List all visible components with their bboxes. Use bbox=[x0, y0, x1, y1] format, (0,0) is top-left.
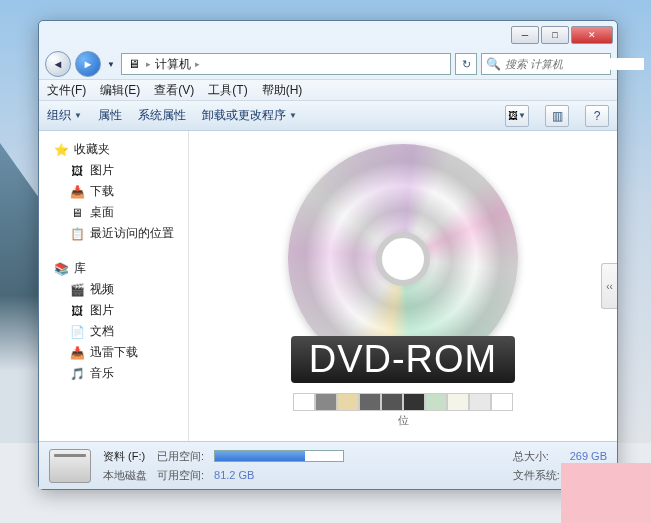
recent-icon: 📋 bbox=[69, 226, 85, 242]
sidebar-item-documents[interactable]: 📄文档 bbox=[39, 321, 188, 342]
music-icon: 🎵 bbox=[69, 366, 85, 382]
navigation-pane: ⭐ 收藏夹 🖼图片 📥下载 🖥桌面 📋最近访问的位置 📚 库 🎬视频 🖼图片 📄… bbox=[39, 131, 189, 441]
explorer-window: ─ □ ✕ ◄ ► ▼ 🖥 ▸ 计算机 ▸ ↻ 🔍 文件(F) 编辑(E) 查看… bbox=[38, 20, 618, 490]
pane-icon: ▥ bbox=[552, 109, 563, 123]
menu-edit[interactable]: 编辑(E) bbox=[100, 82, 140, 99]
space-progress-bar bbox=[214, 450, 344, 462]
document-icon: 📄 bbox=[69, 324, 85, 340]
menu-file[interactable]: 文件(F) bbox=[47, 82, 86, 99]
palette-swatch bbox=[381, 393, 403, 411]
chevron-right-icon: ▸ bbox=[146, 59, 151, 69]
palette-swatch bbox=[315, 393, 337, 411]
refresh-button[interactable]: ↻ bbox=[455, 53, 477, 75]
back-button[interactable]: ◄ bbox=[45, 51, 71, 77]
chevron-down-icon: ▼ bbox=[74, 111, 82, 120]
chevron-down-icon: ▼ bbox=[518, 111, 526, 120]
drive-icon bbox=[49, 449, 91, 483]
sidebar-favorites-header[interactable]: ⭐ 收藏夹 bbox=[39, 139, 188, 160]
organize-button[interactable]: 组织▼ bbox=[47, 107, 82, 124]
palette-swatch bbox=[337, 393, 359, 411]
chevron-right-icon: ▸ bbox=[195, 59, 200, 69]
thumbnail-icon: 🖼 bbox=[508, 110, 518, 121]
palette-label: 位 bbox=[398, 413, 409, 428]
chevron-down-icon: ▼ bbox=[289, 111, 297, 120]
sidebar-libraries-header[interactable]: 📚 库 bbox=[39, 258, 188, 279]
desktop-icon: 🖥 bbox=[69, 205, 85, 221]
nav-history-dropdown[interactable]: ▼ bbox=[105, 51, 117, 77]
sidebar-item-desktop[interactable]: 🖥桌面 bbox=[39, 202, 188, 223]
palette-swatch bbox=[293, 393, 315, 411]
star-icon: ⭐ bbox=[53, 142, 69, 158]
forward-button[interactable]: ► bbox=[75, 51, 101, 77]
sidebar-item-music[interactable]: 🎵音乐 bbox=[39, 363, 188, 384]
menu-help[interactable]: 帮助(H) bbox=[262, 82, 303, 99]
menu-bar: 文件(F) 编辑(E) 查看(V) 工具(T) 帮助(H) bbox=[39, 79, 617, 101]
palette-swatch bbox=[403, 393, 425, 411]
command-bar: 组织▼ 属性 系统属性 卸载或更改程序▼ 🖼▼ ▥ ? bbox=[39, 101, 617, 131]
filesystem-label: 文件系统: bbox=[513, 468, 560, 483]
palette-swatch bbox=[491, 393, 513, 411]
drive-type: 本地磁盘 bbox=[103, 468, 147, 483]
library-icon: 📚 bbox=[53, 261, 69, 277]
palette-swatch bbox=[359, 393, 381, 411]
download-icon: 📥 bbox=[69, 345, 85, 361]
palette-swatch bbox=[469, 393, 491, 411]
sidebar-item-pictures-lib[interactable]: 🖼图片 bbox=[39, 300, 188, 321]
used-space-label: 已用空间: bbox=[157, 449, 204, 464]
color-palette bbox=[293, 393, 513, 411]
palette-swatch bbox=[447, 393, 469, 411]
help-icon: ? bbox=[594, 109, 601, 123]
computer-icon: 🖥 bbox=[126, 56, 142, 72]
help-button[interactable]: ? bbox=[585, 105, 609, 127]
menu-view[interactable]: 查看(V) bbox=[154, 82, 194, 99]
titlebar: ─ □ ✕ bbox=[39, 21, 617, 49]
drive-name: 资料 (F:) bbox=[103, 449, 147, 464]
total-size-label: 总大小: bbox=[513, 449, 560, 464]
search-icon: 🔍 bbox=[486, 56, 501, 72]
address-bar[interactable]: 🖥 ▸ 计算机 ▸ bbox=[121, 53, 451, 75]
sidebar-item-xunlei[interactable]: 📥迅雷下载 bbox=[39, 342, 188, 363]
sidebar-item-pictures[interactable]: 🖼图片 bbox=[39, 160, 188, 181]
total-size-value: 269 GB bbox=[570, 450, 607, 462]
breadcrumb-root[interactable]: 计算机 bbox=[155, 56, 191, 73]
details-pane: 资料 (F:) 已用空间: 总大小: 269 GB 本地磁盘 可用空间: 81.… bbox=[39, 441, 617, 489]
nav-bar: ◄ ► ▼ 🖥 ▸ 计算机 ▸ ↻ 🔍 bbox=[39, 49, 617, 79]
system-properties-button[interactable]: 系统属性 bbox=[138, 107, 186, 124]
sidebar-item-downloads[interactable]: 📥下载 bbox=[39, 181, 188, 202]
sidebar-item-recent[interactable]: 📋最近访问的位置 bbox=[39, 223, 188, 244]
sidebar-item-videos[interactable]: 🎬视频 bbox=[39, 279, 188, 300]
search-box[interactable]: 🔍 bbox=[481, 53, 611, 75]
menu-tools[interactable]: 工具(T) bbox=[208, 82, 247, 99]
expand-pane-button[interactable]: ‹‹ bbox=[601, 263, 617, 309]
sidebar-label: 收藏夹 bbox=[74, 141, 110, 158]
picture-icon: 🖼 bbox=[69, 163, 85, 179]
search-input[interactable] bbox=[505, 58, 644, 70]
view-mode-button[interactable]: 🖼▼ bbox=[505, 105, 529, 127]
content-pane: DVD-ROM 位 ‹‹ bbox=[189, 131, 617, 441]
preview-pane-button[interactable]: ▥ bbox=[545, 105, 569, 127]
uninstall-programs-button[interactable]: 卸载或更改程序▼ bbox=[202, 107, 297, 124]
maximize-button[interactable]: □ bbox=[541, 26, 569, 44]
video-icon: 🎬 bbox=[69, 282, 85, 298]
download-icon: 📥 bbox=[69, 184, 85, 200]
minimize-button[interactable]: ─ bbox=[511, 26, 539, 44]
close-button[interactable]: ✕ bbox=[571, 26, 613, 44]
dvd-rom-label: DVD-ROM bbox=[291, 336, 516, 383]
watermark-block bbox=[561, 463, 651, 523]
sidebar-label: 库 bbox=[74, 260, 86, 277]
palette-swatch bbox=[425, 393, 447, 411]
free-space-label: 可用空间: bbox=[157, 468, 204, 483]
picture-icon: 🖼 bbox=[69, 303, 85, 319]
free-space-value: 81.2 GB bbox=[214, 469, 503, 481]
properties-button[interactable]: 属性 bbox=[98, 107, 122, 124]
